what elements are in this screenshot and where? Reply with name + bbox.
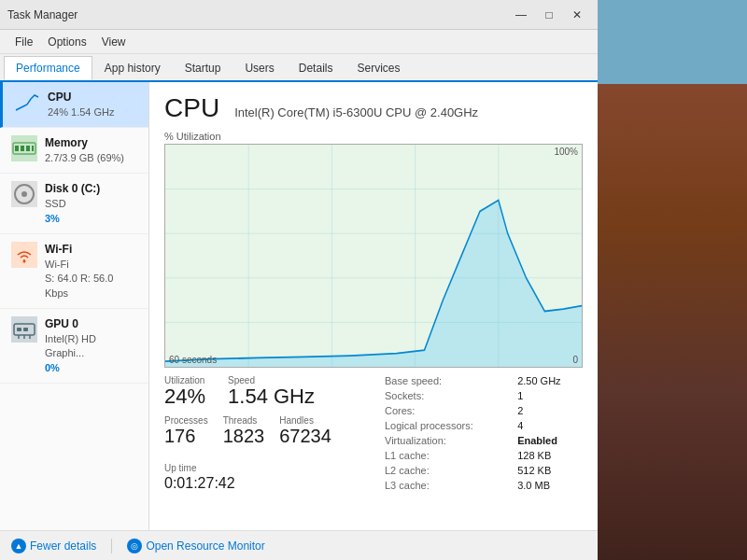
- stats-row-proc-thread-handles: Processes 176 Threads 1823 Handles 67234: [164, 415, 370, 447]
- sockets-label: Sockets:: [385, 390, 495, 401]
- title-bar: Task Manager — □ ✕: [0, 0, 598, 30]
- base-speed-value: 2.50 GHz: [517, 375, 583, 386]
- handles-label: Handles: [279, 415, 331, 426]
- wifi-name: Wi-Fi: [45, 258, 137, 272]
- logical-value: 4: [517, 420, 583, 431]
- stat-uptime: Up time 0:01:27:42: [164, 458, 370, 492]
- sidebar-item-wifi[interactable]: Wi-Fi Wi-Fi S: 64.0 R: 56.0 Kbps: [0, 234, 148, 309]
- memory-label: Memory: [45, 135, 124, 151]
- stats-row-util-speed: Utilization 24% Speed 1.54 GHz: [164, 375, 370, 408]
- wifi-mini-chart-icon: [11, 242, 37, 268]
- detail-panel: CPU Intel(R) Core(TM) i5-6300U CPU @ 2.4…: [149, 82, 598, 530]
- svg-rect-4: [21, 146, 24, 151]
- sidebar-item-gpu[interactable]: GPU 0 Intel(R) HD Graphi... 0%: [0, 309, 148, 384]
- svg-marker-27: [165, 201, 582, 368]
- menu-view[interactable]: View: [94, 34, 134, 50]
- processes-label: Processes: [164, 415, 208, 426]
- disk-pct: 3%: [45, 212, 100, 226]
- utilization-value: 24%: [164, 385, 205, 408]
- svg-rect-5: [26, 146, 30, 151]
- uptime-value: 0:01:27:42: [164, 475, 370, 492]
- l2-label: L2 cache:: [385, 465, 495, 476]
- l3-label: L3 cache:: [385, 480, 495, 491]
- sockets-value: 1: [517, 390, 583, 401]
- gpu-label: GPU 0: [45, 316, 137, 332]
- l1-value: 128 KB: [517, 450, 583, 461]
- svg-rect-0: [14, 90, 40, 116]
- processes-value: 176: [164, 426, 208, 447]
- threads-value: 1823: [223, 426, 265, 447]
- title-bar-controls: — □ ✕: [508, 6, 590, 24]
- tab-app-history[interactable]: App history: [92, 56, 173, 80]
- detail-title: CPU: [164, 93, 219, 123]
- cpu-chart-svg: [165, 145, 582, 367]
- stat-speed: Speed 1.54 GHz: [228, 375, 315, 408]
- uptime-label: Up time: [164, 463, 196, 473]
- l1-label: L1 cache:: [385, 450, 495, 461]
- logical-label: Logical processors:: [385, 420, 495, 431]
- chart-top-label: 100%: [554, 147, 578, 157]
- wifi-label: Wi-Fi: [45, 242, 137, 258]
- cores-value: 2: [517, 405, 583, 416]
- svg-point-11: [23, 259, 26, 262]
- tab-services[interactable]: Services: [345, 56, 412, 80]
- svg-rect-15: [23, 328, 28, 331]
- memory-mini-chart-icon: [11, 135, 37, 161]
- menu-bar: File Options View: [0, 30, 598, 54]
- sidebar: CPU 24% 1.54 GHz Memory: [0, 82, 149, 530]
- tab-performance[interactable]: Performance: [4, 56, 92, 80]
- svg-point-9: [21, 191, 27, 197]
- fewer-details-icon: ▲: [11, 539, 26, 553]
- close-button[interactable]: ✕: [564, 6, 590, 24]
- cores-label: Cores:: [385, 405, 495, 416]
- fewer-details-button[interactable]: ▲ Fewer details: [11, 539, 96, 553]
- detail-subtitle: Intel(R) Core(TM) i5-6300U CPU @ 2.40GHz: [234, 105, 478, 119]
- gpu-name: Intel(R) HD Graphi...: [45, 332, 137, 361]
- cpu-mini-chart-icon: [14, 90, 40, 116]
- chart-time-label: 60 seconds: [169, 355, 217, 365]
- handles-value: 67234: [279, 426, 331, 447]
- main-content: CPU 24% 1.54 GHz Memory: [0, 82, 598, 530]
- chart-util-label: % Utilization: [164, 131, 583, 142]
- window-title: Task Manager: [7, 8, 78, 21]
- menu-file[interactable]: File: [7, 34, 40, 50]
- stat-handles: Handles 67234: [279, 415, 331, 447]
- svg-rect-14: [17, 328, 21, 331]
- memory-stats: 2.7/3.9 GB (69%): [45, 151, 124, 165]
- tab-details[interactable]: Details: [287, 56, 345, 80]
- wifi-speed: S: 64.0 R: 56.0 Kbps: [45, 272, 137, 301]
- tab-bar: Performance App history Startup Users De…: [0, 54, 598, 82]
- sidebar-item-disk[interactable]: Disk 0 (C:) SSD 3%: [0, 174, 148, 234]
- cpu-chart: 100% 0 60 seconds: [164, 144, 583, 368]
- disk-label: Disk 0 (C:): [45, 181, 100, 197]
- detail-header: CPU Intel(R) Core(TM) i5-6300U CPU @ 2.4…: [164, 93, 583, 123]
- threads-label: Threads: [223, 415, 265, 426]
- gpu-mini-chart-icon: [11, 316, 37, 343]
- cpu-label: CPU: [48, 90, 115, 105]
- open-resource-monitor-button[interactable]: ◎ Open Resource Monitor: [127, 539, 264, 553]
- stats-left: Utilization 24% Speed 1.54 GHz Processes…: [164, 375, 370, 492]
- disk-mini-chart-icon: [11, 181, 37, 207]
- fewer-details-label: Fewer details: [30, 539, 96, 553]
- stats-right: Base speed: 2.50 GHz Sockets: 1 Cores: 2…: [370, 375, 583, 492]
- cpu-stats: 24% 1.54 GHz: [48, 105, 115, 119]
- open-resource-monitor-label: Open Resource Monitor: [146, 539, 264, 553]
- stats-area: Utilization 24% Speed 1.54 GHz Processes…: [164, 375, 583, 492]
- resource-monitor-icon: ◎: [127, 539, 142, 553]
- footer: ▲ Fewer details ◎ Open Resource Monitor: [0, 530, 598, 560]
- menu-options[interactable]: Options: [40, 34, 93, 50]
- tab-startup[interactable]: Startup: [173, 56, 233, 80]
- speed-value: 1.54 GHz: [228, 385, 315, 408]
- svg-rect-3: [15, 146, 19, 151]
- disk-type: SSD: [45, 197, 100, 211]
- title-bar-left: Task Manager: [7, 8, 78, 21]
- virtualization-value: Enabled: [517, 435, 583, 446]
- sidebar-item-cpu[interactable]: CPU 24% 1.54 GHz: [0, 82, 148, 128]
- maximize-button[interactable]: □: [536, 6, 562, 24]
- sidebar-item-memory[interactable]: Memory 2.7/3.9 GB (69%): [0, 128, 148, 174]
- tab-users[interactable]: Users: [233, 56, 286, 80]
- chart-bottom-label: 0: [572, 355, 578, 365]
- base-speed-label: Base speed:: [385, 375, 495, 386]
- minimize-button[interactable]: —: [508, 6, 534, 24]
- svg-rect-10: [11, 242, 37, 268]
